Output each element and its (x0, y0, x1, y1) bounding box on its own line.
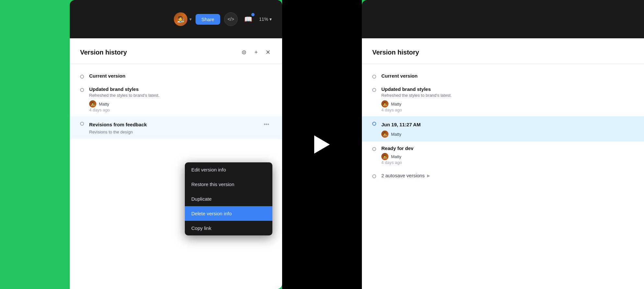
list-item[interactable]: Current version (70, 69, 282, 82)
version-name: Current version (381, 73, 644, 79)
center-divider (282, 0, 362, 289)
version-desc: Revisions to the design (89, 129, 272, 135)
version-bullet (372, 75, 376, 79)
autosave-label: 2 autosave versions (381, 173, 424, 178)
menu-item-edit-version-info[interactable]: Edit version info (185, 162, 272, 177)
context-menu: Edit version info Restore this version D… (185, 162, 272, 235)
list-item[interactable]: Revisions from feedback ••• Revisions to… (70, 116, 282, 139)
menu-item-restore-version[interactable]: Restore this version (185, 177, 272, 192)
notification-badge (251, 13, 255, 16)
restore-version-label: Restore this version (191, 182, 234, 187)
add-version-button[interactable]: + (253, 48, 259, 57)
close-panel-button[interactable]: ✕ (264, 47, 272, 57)
panel-actions: ⊜ + ✕ (240, 47, 272, 57)
zoom-control[interactable]: 11% ▾ (259, 17, 272, 22)
menu-item-delete-version-info[interactable]: Delete version info (185, 206, 272, 221)
version-name: Updated brand styles (89, 86, 272, 92)
version-meta: 🧑‍🎨 Matty (381, 100, 644, 107)
copy-link-label: Copy link (191, 225, 211, 231)
version-name: Ready for dev (381, 145, 644, 151)
code-button[interactable]: </> (224, 12, 238, 26)
author-avatar: 🧑‍🎨 (381, 100, 388, 107)
list-item[interactable]: Updated brand styles Refreshed the style… (362, 82, 644, 116)
version-author: Matty (391, 132, 401, 137)
version-time: 4 days ago (381, 160, 644, 165)
more-options-button[interactable]: ••• (261, 120, 272, 129)
version-info: Jun 19, 11:27 AM ••• 🧑‍🎨 Matty (381, 120, 644, 138)
plus-icon: + (254, 49, 258, 56)
version-meta: 🧑‍🎨 Matty (89, 100, 272, 107)
right-version-list: Current version Updated brand styles Ref… (362, 64, 644, 289)
author-avatar: 🧑‍🎨 (89, 100, 96, 107)
version-meta: 🧑‍🎨 Matty (381, 131, 644, 138)
autosave-info: 2 autosave versions ▶ (381, 173, 430, 178)
version-bullet (372, 174, 376, 178)
list-item[interactable]: Updated brand styles Refreshed the style… (70, 82, 282, 116)
menu-item-duplicate[interactable]: Duplicate (185, 192, 272, 206)
version-time: 4 days ago (89, 107, 272, 112)
close-icon: ✕ (266, 49, 270, 56)
duplicate-label: Duplicate (191, 196, 212, 202)
version-info: Updated brand styles Refreshed the style… (89, 86, 272, 112)
hamburger-icon: ⊜ (242, 49, 246, 56)
version-bullet (372, 122, 376, 126)
share-button[interactable]: Share (196, 14, 220, 25)
zoom-dropdown-icon: ▾ (269, 17, 272, 22)
version-info: Current version (89, 73, 272, 79)
version-meta: 🧑‍🎨 Matty (381, 153, 644, 160)
version-time: 4 days ago (381, 107, 644, 112)
right-panel-header: Version history ⊜ + ✕ (362, 38, 644, 64)
play-triangle-icon (314, 135, 330, 154)
book-button[interactable]: 📖 (242, 12, 255, 26)
version-bullet (80, 88, 84, 92)
autosave-item[interactable]: 2 autosave versions ▶ (362, 169, 644, 182)
code-icon: </> (228, 17, 234, 22)
panel-header: Version history ⊜ + ✕ (70, 38, 282, 64)
version-info: Ready for dev 🧑‍🎨 Matty 4 days ago (381, 145, 644, 165)
version-bullet (80, 75, 84, 79)
play-button (312, 135, 332, 154)
version-bullet (80, 122, 84, 126)
version-bullet (372, 88, 376, 92)
version-author: Matty (391, 102, 401, 107)
version-author: Matty (99, 102, 109, 107)
list-item[interactable]: Jun 19, 11:27 AM ••• 🧑‍🎨 Matty (362, 116, 644, 142)
version-info: Current version (381, 73, 644, 79)
menu-item-copy-link[interactable]: Copy link (185, 221, 272, 235)
version-name: Revisions from feedback (89, 122, 147, 127)
version-desc: Refreshed the styles to brand's latest. (89, 93, 272, 98)
menu-icon-button[interactable]: ⊜ (240, 47, 248, 57)
zoom-level: 11% (259, 17, 268, 22)
version-name: Current version (89, 73, 272, 79)
version-author: Matty (391, 154, 401, 159)
author-avatar: 🧑‍🎨 (381, 153, 388, 160)
version-name: Jun 19, 11:27 AM (381, 122, 421, 127)
right-panel-title: Version history (372, 49, 419, 56)
version-info: Revisions from feedback ••• Revisions to… (89, 120, 272, 135)
delete-version-info-label: Delete version info (191, 211, 232, 216)
version-name: Updated brand styles (381, 86, 644, 92)
version-list: Current version Updated brand styles Ref… (70, 64, 282, 289)
panel-title: Version history (80, 49, 127, 56)
avatar-dropdown-icon[interactable]: ▾ (189, 17, 192, 22)
edit-version-info-label: Edit version info (191, 167, 226, 172)
author-avatar: 🧑‍🎨 (381, 131, 388, 138)
version-desc: Refreshed the styles to brand's latest. (381, 93, 644, 98)
book-icon: 📖 (244, 15, 252, 23)
version-bullet (372, 147, 376, 151)
autosave-expand-icon: ▶ (427, 173, 430, 178)
version-info: Updated brand styles Refreshed the style… (381, 86, 644, 112)
list-item[interactable]: Current version (362, 69, 644, 82)
list-item[interactable]: Ready for dev 🧑‍🎨 Matty 4 days ago (362, 142, 644, 169)
avatar[interactable]: 🧑‍🎨 (174, 12, 187, 26)
